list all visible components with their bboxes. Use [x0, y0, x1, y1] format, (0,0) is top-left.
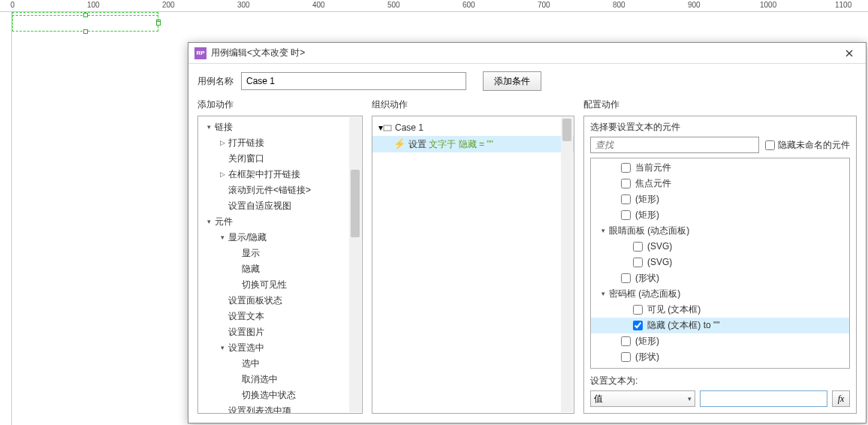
action-tree-item[interactable]: ▷在框架中打开链接	[198, 167, 362, 182]
text-type-value: 值	[594, 393, 603, 405]
widget-checkbox[interactable]	[633, 305, 643, 315]
action-tree-item[interactable]: ▾链接	[198, 119, 362, 135]
widget-list-row[interactable]: 隐藏 (文本框) to ""	[591, 318, 849, 333]
widget-list[interactable]: 当前元件焦点元件(矩形)(矩形)▾眼睛面板 (动态面板)(SVG)(SVG)(形…	[590, 158, 850, 369]
scrollbar-thumb[interactable]	[562, 119, 571, 141]
hide-unnamed-checkbox[interactable]	[765, 140, 775, 150]
svg-rect-2	[384, 125, 391, 131]
action-tree-item[interactable]: 取消选中	[198, 372, 362, 387]
titlebar[interactable]: RP 用例编辑<文本改变 时>	[188, 43, 866, 64]
tree-item-label: 设置文本	[228, 309, 264, 324]
org-action-text: 设置 文字于 隐藏 = ""	[408, 136, 493, 152]
widget-checkbox[interactable]	[621, 336, 631, 346]
actions-panel: ▾链接▷打开链接关闭窗口▷在框架中打开链接滚动到元件<锚链接>设置自适应视图▾元…	[197, 116, 363, 414]
widget-list-row[interactable]: (矩形)	[591, 207, 849, 223]
close-button[interactable]	[839, 46, 860, 61]
widget-list-row[interactable]: ▾眼睛面板 (动态面板)	[591, 223, 849, 239]
organize-panel: ▾ Case 1 ⚡ 设置 文字于 隐藏 = ""	[372, 116, 574, 414]
widget-checkbox[interactable]	[633, 258, 643, 267]
case-name-label: 用例名称	[197, 75, 234, 88]
widget-checkbox[interactable]	[621, 163, 631, 173]
action-tree-item[interactable]: 设置面板状态	[198, 293, 362, 309]
action-tree-item[interactable]: ▾元件	[198, 214, 362, 230]
action-tree-item[interactable]: 切换可见性	[198, 277, 362, 293]
text-type-select[interactable]: 值 ▾	[590, 390, 695, 407]
action-tree-item[interactable]: ▾显示/隐藏	[198, 230, 362, 246]
widget-checkbox[interactable]	[621, 210, 631, 220]
action-tree-item[interactable]: 滚动到元件<锚链接>	[198, 182, 362, 198]
action-tree-item[interactable]: ▾设置选中	[198, 340, 362, 356]
tree-item-label: 选中	[242, 356, 260, 372]
ruler-horizontal: 0 100 200 300 400 500 600 700 800 900 10…	[0, 0, 868, 12]
widget-checkbox[interactable]	[633, 242, 643, 252]
widget-checkbox[interactable]	[621, 352, 631, 362]
hide-unnamed-toggle[interactable]: 隐藏未命名的元件	[765, 139, 850, 152]
text-value-input[interactable]	[700, 390, 827, 407]
tree-caret-icon: ▾	[204, 119, 213, 135]
org-action-row[interactable]: ⚡ 设置 文字于 隐藏 = ""	[372, 136, 574, 152]
tree-item-label: 打开链接	[228, 135, 264, 151]
action-tree-item[interactable]: 设置文本	[198, 309, 362, 324]
scrollbar-thumb[interactable]	[351, 170, 360, 237]
tree-item-label: 元件	[215, 214, 233, 230]
org-case-row[interactable]: ▾ Case 1	[372, 119, 574, 136]
widget-checkbox[interactable]	[621, 273, 631, 283]
widget-label: (SVG)	[647, 255, 672, 270]
fx-button[interactable]: fx	[832, 390, 850, 407]
case-name-input[interactable]	[241, 72, 466, 90]
widget-checkbox[interactable]	[621, 194, 631, 204]
tree-item-label: 取消选中	[242, 372, 278, 387]
resize-handle[interactable]	[83, 29, 88, 34]
resize-handle[interactable]	[83, 13, 88, 17]
widget-list-row[interactable]: (SVG)	[591, 239, 849, 255]
widget-search-input[interactable]	[590, 137, 759, 153]
action-tree-item[interactable]: 设置自适应视图	[198, 198, 362, 214]
tree-caret-icon: ▾	[598, 286, 607, 302]
action-tree-item[interactable]: 隐藏	[198, 261, 362, 277]
ruler-vertical	[0, 12, 12, 425]
widget-checkbox[interactable]	[633, 321, 643, 330]
widget-list-row[interactable]: (矩形)	[591, 333, 849, 349]
scrollbar[interactable]	[561, 117, 573, 412]
action-tree-item[interactable]: 设置图片	[198, 324, 362, 340]
tree-caret-icon: ▷	[218, 167, 227, 182]
tree-caret-icon: ▾	[598, 223, 607, 239]
set-text-label: 设置文本为:	[590, 375, 850, 387]
widget-list-row[interactable]: (SVG)	[591, 255, 849, 270]
scrollbar[interactable]	[349, 117, 361, 412]
header-add-actions: 添加动作	[197, 98, 363, 111]
case-name-bar: 用例名称 添加条件	[188, 64, 866, 98]
widget-list-row[interactable]: 可见 (文本框)	[591, 302, 849, 318]
ruler-tick: 1000	[760, 1, 776, 9]
tree-caret-icon: ▾	[218, 230, 227, 246]
ruler-tick: 200	[162, 1, 175, 9]
action-tree-item[interactable]: 显示	[198, 246, 362, 261]
widget-checkbox[interactable]	[621, 179, 631, 188]
widget-list-row[interactable]: (形状)	[591, 270, 849, 286]
ruler-tick: 700	[538, 1, 550, 9]
ruler-tick: 500	[387, 1, 400, 9]
action-tree-item[interactable]: 切换选中状态	[198, 387, 362, 403]
actions-tree[interactable]: ▾链接▷打开链接关闭窗口▷在框架中打开链接滚动到元件<锚链接>设置自适应视图▾元…	[198, 116, 362, 413]
widget-label: (矩形)	[635, 333, 659, 349]
ruler-tick: 600	[463, 1, 475, 9]
action-tree-item[interactable]: ▷打开链接	[198, 135, 362, 151]
widget-label: 眼睛面板 (动态面板)	[609, 223, 689, 239]
widget-label: (矩形)	[635, 191, 659, 207]
resize-handle[interactable]	[156, 21, 161, 26]
widget-list-row[interactable]: (形状)	[591, 349, 849, 365]
widget-list-row[interactable]: (矩形)	[591, 191, 849, 207]
action-tree-item[interactable]: 设置列表选中项	[198, 403, 362, 413]
widget-list-row[interactable]: ▾密码框 (动态面板)	[591, 286, 849, 302]
widget-list-row[interactable]: 焦点元件	[591, 176, 849, 191]
canvas-widget-selection-inner[interactable]	[12, 15, 158, 32]
action-tree-item[interactable]: 关闭窗口	[198, 151, 362, 167]
add-condition-button[interactable]: 添加条件	[483, 71, 541, 91]
widget-label: 隐藏 (文本框) to ""	[647, 318, 720, 333]
ruler-tick: 1100	[835, 1, 851, 9]
case-icon	[383, 123, 392, 132]
widget-list-row[interactable]: 当前元件	[591, 160, 849, 176]
ruler-tick: 100	[87, 1, 100, 9]
action-tree-item[interactable]: 选中	[198, 356, 362, 372]
widget-label: (形状)	[635, 270, 659, 286]
